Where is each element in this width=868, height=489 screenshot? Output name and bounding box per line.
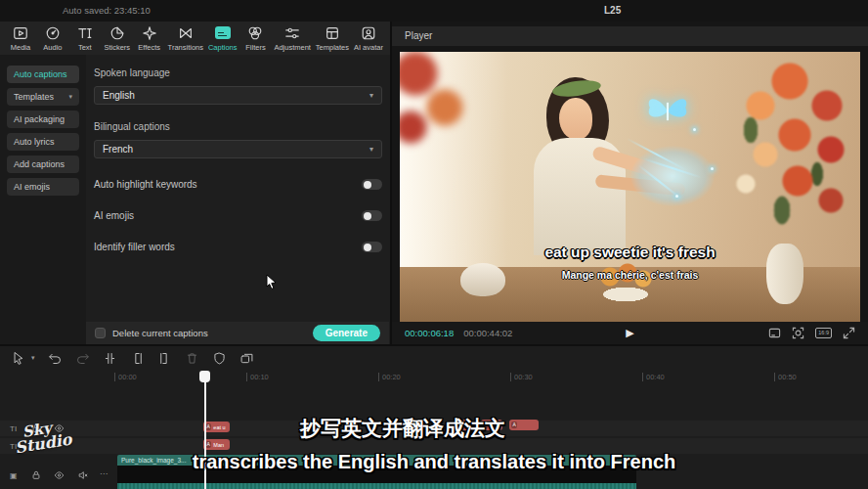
identify-filler-words-label: Identify filler words xyxy=(94,242,175,252)
video-hand-glow xyxy=(630,146,715,206)
main-toolbar: Media Audio Text Stickers Effects Transi… xyxy=(0,22,390,55)
tab-effects[interactable]: Effects xyxy=(136,25,163,52)
sparkle xyxy=(675,195,678,198)
spoken-language-value: English xyxy=(103,90,135,101)
captions-icon xyxy=(215,26,231,39)
auto-highlight-keywords-toggle[interactable] xyxy=(362,179,382,190)
tab-label: AI avatar xyxy=(354,43,383,52)
trim-right-icon[interactable] xyxy=(157,351,172,366)
tab-transitions[interactable]: Transitions xyxy=(168,25,203,52)
caption-clip-label: Man xyxy=(213,442,224,448)
tab-label: Stickers xyxy=(104,43,130,52)
mouse-cursor xyxy=(266,274,278,289)
ruler-label: 00:10 xyxy=(246,373,269,381)
select-tool-icon[interactable] xyxy=(12,351,26,366)
sidebar-item-templates[interactable]: Templates ▾ xyxy=(7,88,79,106)
delete-current-captions-label: Delete current captions xyxy=(112,328,306,338)
ruler-label: 00:00 xyxy=(114,373,137,381)
audio-icon xyxy=(45,25,61,41)
chevron-down-icon[interactable]: ▾ xyxy=(31,354,35,362)
current-time: 00:00:06:18 xyxy=(405,328,454,338)
tab-filters[interactable]: Filters xyxy=(241,25,269,52)
tab-label: Filters xyxy=(245,43,265,52)
trim-left-icon[interactable] xyxy=(130,351,145,366)
top-bar: Auto saved: 23:45:10 L25 xyxy=(0,0,868,22)
sparkle xyxy=(711,167,714,170)
sidebar-item-auto-captions[interactable]: Auto captions xyxy=(7,66,79,83)
ruler-label: 00:50 xyxy=(774,373,797,381)
video-left-flowers xyxy=(400,52,479,171)
tab-label: Effects xyxy=(138,43,160,52)
timeline-toolbar: ▾ xyxy=(0,346,868,370)
ruler-label: 00:40 xyxy=(642,373,665,381)
sidebar-item-add-captions[interactable]: Add captions xyxy=(7,156,79,173)
sidebar-item-label: AI emojis xyxy=(14,182,50,192)
sidebar-item-ai-packaging[interactable]: AI packaging xyxy=(7,111,79,128)
split-icon[interactable] xyxy=(103,351,117,366)
tab-label: Templates xyxy=(316,43,349,52)
bilingual-captions-select[interactable]: French ▾ xyxy=(94,140,382,158)
sidebar-item-label: AI packaging xyxy=(14,114,65,124)
sidebar-item-label: Auto lyrics xyxy=(14,137,55,147)
bilingual-captions-label: Bilingual captions xyxy=(94,121,382,132)
ai-avatar-icon xyxy=(361,25,376,41)
sidebar-item-ai-emojis[interactable]: AI emojis xyxy=(7,178,79,196)
project-title: L25 xyxy=(604,5,621,16)
ai-emojis-label: AI emojis xyxy=(94,210,134,221)
tab-adjustment[interactable]: Adjustment xyxy=(274,25,311,52)
chevron-down-icon: ▾ xyxy=(369,145,373,154)
tab-ai-avatar[interactable]: AI avatar xyxy=(354,25,383,52)
tab-captions[interactable]: Captions xyxy=(208,25,238,52)
stickers-icon xyxy=(109,25,125,41)
video-caption-secondary: Mange ma chérie, c'est frais xyxy=(400,269,860,281)
filters-icon xyxy=(247,25,263,41)
adjustment-icon xyxy=(284,25,300,41)
tab-text[interactable]: Text xyxy=(71,25,99,52)
mask-icon[interactable] xyxy=(212,351,227,366)
auto-captions-settings: Spoken language English ▾ Bilingual capt… xyxy=(86,55,390,344)
identify-filler-words-toggle[interactable] xyxy=(362,242,382,252)
chevron-down-icon: ▾ xyxy=(369,91,373,100)
timeline-ruler[interactable]: 00:00 00:10 00:20 00:30 00:40 00:50 xyxy=(0,370,868,385)
transitions-icon xyxy=(178,25,194,41)
redo-icon[interactable] xyxy=(75,351,90,366)
video-fruit-bowl xyxy=(581,259,671,310)
ai-emojis-toggle[interactable] xyxy=(362,210,382,221)
delete-icon[interactable] xyxy=(185,351,199,366)
effects-icon xyxy=(142,25,157,41)
video-preview[interactable]: eat up sweetie it's fresh Mange ma chéri… xyxy=(400,52,860,322)
caption-clip-badge: A xyxy=(205,441,211,448)
ruler-label: 00:30 xyxy=(510,373,533,381)
tab-stickers[interactable]: Stickers xyxy=(104,25,131,52)
playhead-handle[interactable] xyxy=(199,371,210,382)
panel-footer: Delete current captions Generate xyxy=(86,322,389,344)
sparkle xyxy=(693,128,696,131)
generate-button[interactable]: Generate xyxy=(313,325,380,341)
total-duration: 00:00:44:02 xyxy=(463,328,512,338)
overlay-icon[interactable] xyxy=(239,351,254,366)
sidebar-item-auto-lyrics[interactable]: Auto lyrics xyxy=(7,133,79,151)
focus-preview-icon[interactable] xyxy=(792,327,804,339)
tab-media[interactable]: Media xyxy=(7,25,34,52)
player-controls: 00:00:06:18 00:00:44:02 ▶ 16:9 xyxy=(392,322,868,344)
preview-quality-icon[interactable] xyxy=(768,327,781,339)
spoken-language-select[interactable]: English ▾ xyxy=(94,86,382,105)
sidebar-item-label: Templates xyxy=(14,92,54,102)
undo-icon[interactable] xyxy=(48,351,63,366)
sidebar-item-label: Add captions xyxy=(14,159,65,169)
fullscreen-icon[interactable] xyxy=(843,327,855,339)
tab-label: Transitions xyxy=(168,43,203,52)
tab-label: Adjustment xyxy=(274,43,311,52)
tab-templates[interactable]: Templates xyxy=(316,25,349,52)
tab-label: Audio xyxy=(43,43,62,52)
play-button[interactable]: ▶ xyxy=(626,327,633,339)
subtitle-chinese: 抄写英文并翻译成法文 xyxy=(0,415,805,442)
tab-audio[interactable]: Audio xyxy=(39,25,66,52)
player-panel: Player eat up sweetie it's fresh Mange m… xyxy=(390,22,868,344)
aspect-ratio-button[interactable]: 16:9 xyxy=(815,328,832,338)
delete-current-captions-checkbox[interactable] xyxy=(95,328,106,338)
text-icon xyxy=(77,25,93,41)
butterfly-hologram xyxy=(642,89,693,134)
subtitle-english: transcribes the English and translates i… xyxy=(0,451,868,473)
video-caption-primary: eat up sweetie it's fresh xyxy=(400,244,860,261)
